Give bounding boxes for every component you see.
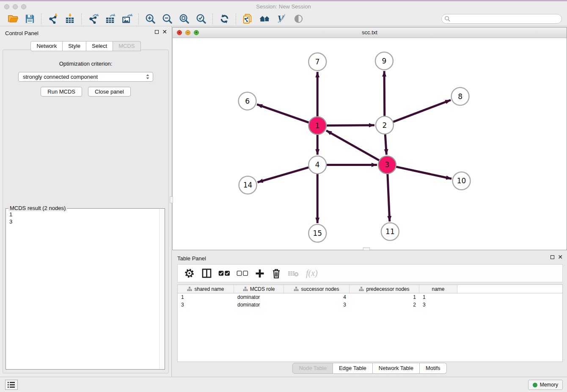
save-session-button[interactable] — [21, 13, 38, 25]
cell-shared-name[interactable]: 1 — [178, 294, 234, 301]
table-tabs: Node Table Edge Table Network Table Moti… — [172, 363, 567, 374]
zoom-in-button[interactable] — [142, 13, 159, 25]
export-network-button[interactable] — [85, 13, 102, 25]
export-table-button[interactable] — [102, 13, 118, 25]
zoom-fit-button[interactable] — [176, 13, 193, 25]
network-minimize-button[interactable]: − — [185, 30, 190, 35]
table-row[interactable]: 3 dominator 3 2 3 — [178, 302, 562, 309]
new-network-from-selection-button[interactable] — [239, 13, 256, 25]
float-panel-icon[interactable] — [550, 255, 554, 259]
select-all-button[interactable] — [218, 270, 230, 276]
tab-edge-table[interactable]: Edge Table — [333, 363, 373, 374]
import-table-button[interactable] — [61, 13, 78, 25]
column-header-mcds-role[interactable]: MCDS role — [234, 285, 284, 293]
copy-network-icon — [242, 13, 253, 25]
app-title: Session: New Session — [0, 1, 567, 12]
control-panel: Control Panel ✕ Network Style Select MCD… — [0, 26, 172, 377]
cell-mcds-role[interactable]: dominator — [234, 294, 284, 301]
column-header-shared-name[interactable]: shared name — [178, 285, 234, 293]
zoom-selected-button[interactable] — [193, 13, 209, 25]
add-row-button[interactable] — [255, 268, 265, 279]
close-panel-icon[interactable]: ✕ — [162, 29, 167, 34]
task-history-button[interactable] — [5, 380, 18, 390]
graph-edge-3-11[interactable] — [388, 173, 390, 221]
tab-node-table[interactable]: Node Table — [292, 363, 333, 374]
cell-predecessor-nodes[interactable]: 2 — [350, 302, 419, 309]
list-icon — [7, 381, 16, 389]
tab-network-table[interactable]: Network Table — [373, 363, 420, 374]
cell-shared-name[interactable]: 3 — [178, 302, 234, 309]
search-field[interactable] — [441, 14, 562, 24]
delete-table-button[interactable] — [288, 269, 300, 278]
open-folder-icon — [7, 13, 19, 25]
table-settings-button[interactable] — [184, 268, 195, 279]
mcds-result-title: MCDS result (2 nodes) — [8, 205, 67, 211]
memory-button[interactable]: Memory — [528, 380, 563, 390]
table-panel-header: Table Panel ✕ — [172, 251, 567, 264]
graph-edge-3-1[interactable] — [326, 130, 380, 161]
optimization-criterion-select[interactable]: strongly connected component — [18, 72, 153, 82]
refresh-icon — [219, 13, 230, 25]
close-panel-icon[interactable]: ✕ — [558, 254, 563, 259]
tab-motifs[interactable]: Motifs — [420, 363, 447, 374]
column-header-predecessor-nodes[interactable]: predecessor nodes — [350, 285, 419, 293]
show-columns-button[interactable] — [201, 268, 212, 279]
network-canvas[interactable]: 1234678910111415 — [173, 38, 567, 250]
run-mcds-button[interactable]: Run MCDS — [41, 87, 82, 97]
show-hide-button[interactable] — [290, 13, 307, 25]
close-window-button[interactable] — [4, 4, 9, 9]
result-scrollbar[interactable] — [159, 209, 165, 369]
cell-successor-nodes[interactable]: 4 — [284, 294, 350, 301]
split-handle[interactable] — [363, 247, 370, 251]
mcds-result-box: MCDS result (2 nodes) 1 3 — [6, 208, 165, 370]
cell-name[interactable]: 1 — [419, 294, 457, 301]
zoom-window-button[interactable] — [21, 4, 26, 9]
table-header-row: shared name MCDS role successor nodes — [178, 285, 562, 293]
cell-predecessor-nodes[interactable]: 1 — [350, 294, 419, 301]
memory-status-dot — [533, 383, 537, 387]
tab-network[interactable]: Network — [30, 41, 63, 51]
graph-edge-1-6[interactable] — [257, 105, 310, 123]
graph-edge-3-10[interactable] — [395, 166, 451, 179]
column-header-name[interactable]: name — [419, 285, 457, 293]
cell-successor-nodes[interactable]: 3 — [284, 302, 350, 309]
graph-edge-2-8[interactable] — [392, 100, 451, 122]
graph-edge-2-9[interactable] — [384, 71, 385, 117]
zoom-out-button[interactable] — [159, 13, 176, 25]
home-button[interactable] — [256, 13, 273, 25]
minimize-window-button[interactable] — [13, 4, 18, 9]
open-file-button[interactable] — [4, 13, 21, 25]
gear-icon — [184, 268, 195, 279]
graph-node-label-9: 9 — [382, 57, 387, 65]
refresh-button[interactable] — [216, 13, 233, 25]
export-image-button[interactable] — [118, 13, 135, 25]
cell-mcds-role[interactable]: dominator — [234, 302, 284, 309]
network-window-titlebar: × − + scc.txt — [173, 28, 567, 38]
graph-edge-2-3[interactable] — [385, 133, 386, 155]
split-handle[interactable] — [170, 196, 173, 203]
network-close-button[interactable]: × — [177, 30, 182, 35]
vizmapper-button[interactable]: V — [273, 13, 290, 25]
float-panel-icon[interactable] — [155, 30, 159, 34]
mcds-result-line: 3 — [9, 218, 161, 225]
app-titlebar: Session: New Session — [0, 1, 567, 12]
network-maximize-button[interactable]: + — [194, 30, 199, 35]
column-header-successor-nodes[interactable]: successor nodes — [284, 285, 350, 293]
graph-edge-4-14[interactable] — [258, 167, 310, 182]
tab-style[interactable]: Style — [63, 41, 86, 51]
tab-mcds[interactable]: MCDS — [113, 41, 140, 51]
cell-name[interactable]: 3 — [419, 302, 457, 309]
network-graph: 1234678910111415 — [173, 38, 567, 250]
graph-node-label-1: 1 — [315, 121, 320, 130]
import-network-button[interactable] — [44, 13, 61, 25]
graph-node-label-8: 8 — [458, 92, 462, 101]
tab-select[interactable]: Select — [86, 41, 113, 51]
deselect-all-button[interactable] — [237, 270, 248, 276]
main-toolbar: V — [0, 12, 567, 26]
function-builder-button[interactable]: f(x) — [306, 268, 318, 278]
table-row[interactable]: 1 dominator 4 1 1 — [178, 294, 562, 301]
delete-row-button[interactable] — [271, 268, 281, 279]
graph-edge-1-2[interactable] — [325, 125, 374, 126]
close-panel-button[interactable]: Close panel — [88, 87, 131, 97]
search-input[interactable] — [452, 16, 554, 22]
